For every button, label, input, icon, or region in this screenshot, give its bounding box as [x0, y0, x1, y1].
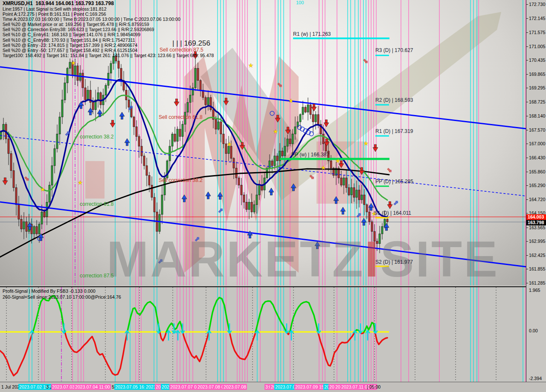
- logo-swoosh-right: [267, 12, 501, 200]
- blue-diagonal-arrow-icon: ⇗: [393, 199, 399, 206]
- candle-body: [253, 205, 255, 212]
- blue-diagonal-arrow-icon: ⇗: [65, 130, 70, 137]
- buy-arrow-icon: [119, 112, 125, 116]
- sell-arrow-icon: [174, 102, 179, 106]
- price-tick-label: 161.855: [529, 266, 545, 271]
- price-tick-mark: [526, 32, 528, 33]
- last-price-box: 163.798: [526, 220, 546, 225]
- price-tick-mark: [526, 102, 528, 102]
- star-marker-icon: ★: [248, 62, 253, 69]
- candle-body: [56, 134, 58, 149]
- candle-body: [207, 98, 209, 105]
- candle-body: [369, 212, 370, 222]
- candle-body: [177, 129, 178, 141]
- candle-body: [141, 146, 142, 156]
- price-tick-label: 162.425: [529, 253, 545, 258]
- sell-arrow-icon: [193, 55, 198, 59]
- price-tick-label: 161.285: [529, 280, 545, 285]
- time-axis[interactable]: 1 Jul 20232023.07.02 19:003 Ju2023.07.03…: [0, 382, 546, 392]
- sell-arrow-icon: [313, 104, 315, 107]
- oscillator-positive-segment: [33, 296, 65, 332]
- price-tick-label: 172.730: [529, 2, 545, 7]
- candle-body: [251, 202, 253, 212]
- buy-arrow-icon: [99, 114, 101, 117]
- buy-arrow-icon: [369, 203, 374, 208]
- candle-body: [294, 127, 296, 134]
- candle-body: [159, 214, 160, 231]
- price-tick-label: 172.145: [529, 16, 545, 21]
- candle-body: [243, 195, 245, 202]
- sell-arrow-icon: [311, 107, 317, 111]
- candle-body: [67, 68, 68, 83]
- sell-arrow-icon: [241, 142, 244, 145]
- candle-body: [92, 102, 94, 110]
- buy-arrow-icon: [183, 199, 186, 202]
- candle-body: [284, 146, 286, 156]
- buy-arrow-icon: [293, 188, 295, 191]
- oscillator-negative-segment: [375, 332, 387, 344]
- indicator-tick-label: -2.394: [529, 376, 542, 381]
- price-tick-label: 171.005: [529, 44, 545, 49]
- candle-body: [246, 202, 247, 210]
- price-tick-mark: [526, 74, 528, 75]
- sell-arrow-icon: [4, 178, 6, 181]
- oscillator-svg[interactable]: [0, 287, 526, 383]
- price-tick-label: 169.295: [529, 85, 545, 90]
- sell-arrow-icon: [375, 144, 377, 147]
- candle-body: [179, 129, 181, 136]
- red-diagonal-arrow-icon: ⇘: [277, 81, 283, 88]
- candle-body: [97, 92, 99, 100]
- indicator-panel[interactable]: Profit-Signal | Modified By FSB3 -0.133 …: [0, 286, 526, 383]
- candle-body: [54, 149, 55, 166]
- channel-trendline: [0, 202, 526, 267]
- star-marker-icon: ★: [335, 158, 340, 164]
- price-chart-area[interactable]: MARKETZISITE ★★★★★★★★★★★⇗⇗⇗⇗⇗⇗⇗⇘⇘⇘⇘⇘ XMR…: [0, 0, 526, 285]
- indicator-tick-label: 1.965: [529, 288, 540, 293]
- candle-body: [143, 156, 145, 166]
- buy-arrow-icon: [125, 138, 130, 143]
- candle-body: [10, 153, 12, 170]
- candle-body: [38, 224, 40, 234]
- candle-body: [348, 187, 350, 195]
- time-signal-box: 2023.07.04 11:00: [74, 384, 111, 390]
- candle-body: [371, 222, 373, 231]
- trading-terminal-window: MARKETZISITE ★★★★★★★★★★★⇗⇗⇗⇗⇗⇗⇗⇘⇘⇘⇘⇘ XMR…: [0, 0, 546, 392]
- price-tick-mark: [526, 4, 528, 5]
- candle-body: [23, 222, 25, 229]
- star-marker-icon: ★: [227, 141, 232, 147]
- candle-body: [269, 161, 270, 168]
- time-signal-box: 2023.07.08: [223, 384, 247, 390]
- candle-body: [200, 81, 201, 90]
- oscillator-negative-segment: [0, 332, 33, 376]
- candle-body: [154, 197, 155, 212]
- price-tick-label: 165.860: [529, 169, 545, 174]
- price-tick-mark: [526, 172, 528, 172]
- sell-arrow-icon: [176, 99, 178, 102]
- star-marker-icon: ★: [372, 210, 377, 217]
- red-diagonal-arrow-icon: ⇘: [24, 175, 30, 182]
- candle-body: [353, 187, 355, 197]
- price-tick-mark: [526, 130, 528, 130]
- candle-body: [74, 66, 76, 76]
- buy-arrow-icon: [90, 112, 92, 115]
- candle-body: [59, 117, 61, 134]
- price-tick-mark: [526, 199, 528, 200]
- buy-arrow-icon: [363, 222, 365, 225]
- star-marker-icon: ★: [363, 140, 369, 147]
- buy-arrow-icon: [370, 208, 372, 210]
- price-axis[interactable]: 172.730172.145171.575171.005170.435169.8…: [526, 0, 546, 382]
- candle-body: [274, 156, 276, 166]
- main-chart-svg[interactable]: ★★★★★★★★★★★⇗⇗⇗⇗⇗⇗⇗⇘⇘⇘⇘⇘: [0, 0, 526, 285]
- price-tick-mark: [526, 283, 528, 283]
- candle-body: [220, 122, 222, 134]
- candle-body: [146, 166, 148, 176]
- buy-arrow-icon: [269, 188, 274, 192]
- candle-body: [164, 178, 166, 195]
- candle-body: [312, 115, 314, 122]
- price-tick-label: 168.725: [529, 99, 545, 104]
- candle-body: [233, 159, 235, 168]
- time-signal-box: 202: [161, 384, 170, 390]
- candle-body: [82, 73, 84, 88]
- price-tick-mark: [526, 116, 528, 116]
- price-tick-mark: [526, 185, 528, 186]
